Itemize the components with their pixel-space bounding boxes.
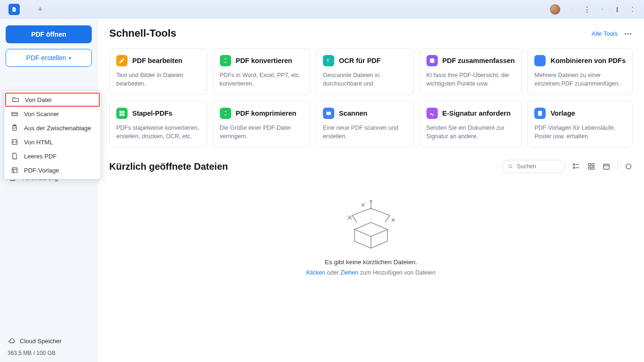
svg-line-29 [511, 167, 512, 168]
calendar-view-icon[interactable] [602, 162, 611, 171]
main-content: Schnell-Tools Alle Tools ⋯ PDF bearbeite… [98, 19, 644, 362]
tool-card-batch[interactable]: Stapel-PDFsPDFs stapelweise konvertieren… [109, 101, 207, 148]
folder-icon [12, 96, 19, 103]
tool-title: PDF konvertieren [236, 57, 292, 64]
dropdown-item-clipboard[interactable]: Aus der Zwischenablage [4, 121, 101, 135]
dropdown-item-scanner[interactable]: Von Scanner [4, 107, 101, 121]
dropdown-label: Von Datei [25, 96, 51, 103]
tool-desc: PDFs stapelweise konvertieren, erstellen… [116, 124, 200, 140]
tool-card-ocr[interactable]: TOCR für PDFGescannte Dateien in durchsu… [316, 48, 414, 95]
svg-rect-11 [12, 168, 17, 173]
app-logo [8, 4, 20, 15]
more-horizontal-icon[interactable]: ⋯ [624, 29, 633, 38]
compress-icon [220, 108, 231, 119]
blank-icon [11, 152, 18, 160]
tool-desc: Die Größe einer PDF-Datei verringern. [220, 124, 304, 140]
tool-desc: PDFs in Word, Excel, PPT, etc. konvertie… [220, 71, 304, 87]
tool-title: PDF komprimieren [236, 110, 297, 117]
list-view-icon[interactable] [572, 162, 580, 171]
tool-desc: KI fasst Ihre PDF-Übersicht, die wichtig… [427, 71, 515, 87]
minimize-button[interactable] [599, 6, 605, 13]
html-icon [11, 138, 18, 146]
cloud-storage-item[interactable]: Cloud Speicher [6, 334, 92, 348]
dropdown-label: Von HTML [24, 139, 53, 146]
titlebar: + ⋮ [0, 0, 644, 19]
refresh-icon[interactable] [624, 162, 633, 171]
cloud-storage-label: Cloud Speicher [20, 338, 62, 345]
close-button[interactable] [629, 6, 636, 13]
tool-card-scan[interactable]: ScannenEine neue PDF scannen und erstell… [316, 101, 414, 148]
svg-rect-37 [592, 167, 594, 169]
tool-desc: Senden Sie ein Dokument zur Signatur an … [427, 124, 515, 140]
chat-icon[interactable] [569, 6, 575, 13]
svg-rect-35 [592, 164, 594, 166]
tool-desc: Gescannte Dateien in durchsuchbare und b… [323, 71, 407, 87]
more-vertical-icon[interactable]: ⋮ [584, 6, 590, 13]
create-pdf-button[interactable]: PDF erstellen ▾ [6, 49, 92, 67]
combine-icon [534, 55, 546, 66]
tool-title: PDF bearbeiten [132, 57, 182, 64]
empty-subtitle: Klicken oder Ziehen zum Hinzufügen von D… [306, 269, 435, 276]
svg-rect-31 [573, 167, 575, 168]
dropdown-label: Leeres PDF [24, 153, 56, 160]
grid-view-icon[interactable] [587, 162, 596, 171]
tool-desc: Text und Bilder in Dateien bearbeiten. [116, 71, 200, 87]
tool-title: Vorlage [550, 110, 575, 117]
svg-point-42 [626, 164, 631, 169]
avatar[interactable] [550, 4, 560, 15]
svg-rect-21 [120, 111, 122, 113]
empty-state: Es gibt keine kürzlichen Dateien. Klicke… [109, 178, 633, 276]
dropdown-item-folder[interactable]: Von Datei [5, 93, 100, 107]
quick-tools-title: Schnell-Tools [109, 27, 177, 39]
click-link[interactable]: Klicken [306, 269, 325, 276]
svg-rect-30 [573, 164, 575, 165]
dropdown-item-html[interactable]: Von HTML [4, 135, 101, 149]
empty-illustration [340, 197, 402, 253]
search-box[interactable] [502, 160, 565, 173]
open-pdf-button[interactable]: PDF öffnen [6, 25, 92, 43]
tool-card-combine[interactable]: Kombinieren von PDFsMehrere Dateien zu e… [527, 48, 633, 95]
svg-rect-3 [617, 8, 618, 12]
dropdown-item-blank[interactable]: Leeres PDF [4, 149, 101, 163]
cloud-icon [8, 337, 16, 345]
maximize-button[interactable] [614, 6, 620, 13]
tmpl-icon [534, 108, 546, 119]
all-tools-link[interactable]: Alle Tools [592, 30, 618, 37]
separator [617, 162, 618, 171]
svg-rect-38 [604, 164, 609, 169]
svg-point-28 [509, 165, 512, 167]
svg-text:T: T [327, 59, 329, 63]
svg-rect-34 [588, 164, 591, 166]
ocr-icon: T [323, 55, 334, 66]
tool-card-edit[interactable]: PDF bearbeitenText und Bilder in Dateien… [109, 48, 207, 95]
dropdown-item-template[interactable]: PDF-Vorlage [4, 163, 101, 177]
svg-rect-1 [572, 9, 572, 9]
create-pdf-dropdown: Von DateiVon ScannerAus der Zwischenabla… [4, 90, 101, 180]
edit-icon [116, 55, 128, 66]
tool-title: E-Signatur anfordern [443, 110, 511, 117]
tool-card-compress[interactable]: PDF komprimierenDie Größe einer PDF-Date… [213, 101, 311, 148]
tool-card-tmpl[interactable]: VorlagePDF-Vorlagen für Lebensläufe, Pos… [527, 101, 633, 148]
tool-card-convert[interactable]: PDF konvertierenPDFs in Word, Excel, PPT… [213, 48, 311, 95]
tool-title: OCR für PDF [339, 57, 381, 64]
tool-card-sum[interactable]: PDF zusammenfassenKI fasst Ihre PDF-Über… [419, 48, 522, 95]
clipboard-icon [11, 124, 18, 132]
sum-icon [427, 55, 438, 66]
search-input[interactable] [517, 163, 559, 170]
empty-title: Es gibt keine kürzlichen Dateien. [325, 259, 417, 266]
svg-rect-22 [122, 111, 125, 113]
svg-point-44 [370, 200, 372, 202]
tool-title: Stapel-PDFs [132, 110, 172, 117]
recent-files-title: Kürzlich geöffnete Dateien [109, 161, 228, 172]
convert-icon [220, 55, 231, 66]
drag-link[interactable]: Ziehen [340, 269, 358, 276]
new-tab-button[interactable]: + [34, 3, 47, 16]
dropdown-label: PDF-Vorlage [24, 167, 59, 174]
template-icon [11, 166, 18, 174]
svg-rect-24 [122, 114, 125, 116]
dropdown-label: Von Scanner [24, 110, 59, 118]
tool-title: Kombinieren von PDFs [550, 57, 626, 64]
tool-card-esign[interactable]: E-Signatur anfordernSenden Sie ein Dokum… [419, 101, 522, 148]
dropdown-label: Aus der Zwischenablage [24, 125, 91, 132]
svg-rect-36 [588, 167, 591, 169]
